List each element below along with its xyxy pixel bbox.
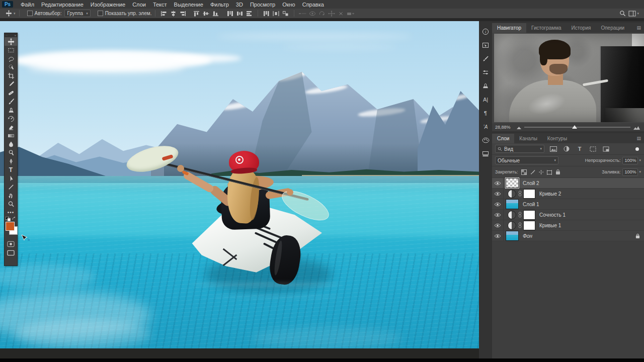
default-colors-icon[interactable] [6, 217, 11, 221]
adjustment-layer-icon[interactable] [508, 190, 516, 198]
filter-pixel-layers-icon[interactable] [549, 145, 557, 152]
tool-crop[interactable] [5, 71, 17, 80]
tool-move[interactable] [5, 37, 17, 46]
align-bottom-edges-icon[interactable] [212, 10, 219, 17]
glyphs-panel-icon[interactable]: ’A [481, 122, 490, 131]
screen-mode-button[interactable] [5, 248, 17, 257]
distribute-bottom-icon[interactable] [246, 10, 253, 17]
libraries-panel-icon[interactable] [481, 149, 490, 158]
tab-actions[interactable]: Операции [596, 23, 629, 33]
layer-thumbnail-photo[interactable] [506, 199, 519, 209]
tool-preset-caret[interactable]: ▾ [14, 12, 16, 16]
blend-mode-select[interactable]: Обычные ▾ [495, 156, 558, 164]
tab-layers[interactable]: Слои [492, 134, 514, 143]
layer-filter-select[interactable]: Вид ▾ [495, 145, 544, 153]
distribute-top-icon[interactable] [226, 10, 234, 17]
tab-histogram[interactable]: Гистограмма [526, 23, 567, 33]
layer-name[interactable]: Фон [523, 233, 532, 239]
layer-thumbnail-photo[interactable] [506, 231, 519, 241]
background-lock-icon[interactable] [635, 233, 640, 239]
panel-menu-icon[interactable]: ▤ [636, 136, 641, 141]
tool-panel-header[interactable]: ··» [5, 33, 17, 37]
swap-colors-icon[interactable] [12, 217, 17, 221]
tool-quick-selection[interactable] [5, 63, 17, 71]
panel-menu-icon[interactable]: ▤ [636, 25, 641, 30]
menu-select[interactable]: Выделение [174, 2, 203, 8]
autoselect-target-select[interactable]: Группа ▾ [64, 10, 90, 17]
visibility-toggle[interactable] [492, 199, 504, 209]
navigator-zoom-value[interactable]: 28,88% [495, 125, 511, 130]
tool-hand[interactable] [5, 191, 17, 200]
menu-filter[interactable]: Фильтр [210, 2, 229, 8]
tool-pen[interactable] [5, 157, 17, 165]
brush-settings-panel-icon[interactable] [481, 54, 490, 63]
show-transform-controls-checkbox[interactable]: Показать упр. элем. [98, 11, 152, 16]
filter-type-layers-icon[interactable]: T [576, 145, 584, 152]
lock-transparency-icon[interactable] [521, 169, 527, 175]
tool-rectangular-marquee[interactable] [5, 46, 17, 54]
align-v-centers-icon[interactable] [202, 10, 210, 17]
workspace-icon[interactable] [628, 10, 636, 17]
tab-paths[interactable]: Контуры [542, 134, 572, 143]
opacity-input[interactable]: 100% [622, 157, 638, 164]
tool-type[interactable]: T [5, 165, 17, 174]
menu-help[interactable]: Справка [302, 2, 324, 8]
search-icon[interactable] [619, 10, 626, 17]
tool-history-brush[interactable] [5, 114, 17, 123]
tool-eraser[interactable] [5, 123, 17, 131]
info-panel-icon[interactable]: i [481, 27, 490, 36]
tool-zoom[interactable] [5, 200, 17, 208]
character-panel-icon[interactable]: A| [481, 95, 490, 104]
tool-brush[interactable] [5, 97, 17, 106]
document-canvas[interactable] [0, 21, 479, 348]
fill-scrubber[interactable]: ▾ [639, 170, 641, 174]
zoom-slider-thumb[interactable] [572, 125, 577, 129]
tool-dodge[interactable] [5, 148, 17, 157]
opacity-scrubber[interactable]: ▾ [639, 158, 641, 162]
layer-row-krivye2[interactable]: Кривые 2 [492, 189, 644, 199]
align-top-edges-icon[interactable] [193, 10, 200, 17]
navigator-zoom-slider[interactable] [524, 127, 630, 128]
tab-navigator[interactable]: Навигатор [492, 23, 526, 33]
tool-gradient[interactable] [5, 131, 17, 140]
foreground-color-swatch[interactable] [6, 222, 15, 231]
align-h-centers-icon[interactable] [170, 10, 177, 17]
lock-artboard-icon[interactable] [546, 169, 553, 175]
filter-adjustment-layers-icon[interactable] [562, 145, 571, 152]
filter-toggle-dot[interactable] [635, 147, 639, 151]
adjustment-layer-icon[interactable] [508, 211, 516, 219]
distribute-v-centers-icon[interactable] [236, 10, 244, 17]
layer-name[interactable]: Сочность 1 [539, 212, 566, 218]
layer-row-background[interactable]: Фон [492, 231, 644, 241]
layer-thumbnail-transparent[interactable] [506, 178, 519, 188]
layer-name[interactable]: Кривые 2 [539, 191, 561, 197]
layer-mask-thumbnail[interactable] [523, 210, 535, 220]
tool-healing-brush[interactable] [5, 88, 17, 97]
tab-history[interactable]: История [567, 23, 596, 33]
layer-row-krivye1[interactable]: Кривые 1 [492, 220, 644, 231]
adjustment-layer-icon[interactable] [508, 221, 516, 230]
lock-position-icon[interactable] [538, 169, 544, 175]
layer-row-sochnost1[interactable]: Сочность 1 [492, 210, 644, 220]
menu-type[interactable]: Текст [153, 2, 167, 8]
distribute-h-icon[interactable] [263, 10, 270, 17]
photoshop-logo[interactable]: Ps [2, 1, 13, 8]
layer-row-sloy1[interactable]: Слой 1 [492, 199, 644, 210]
auto-align-icon[interactable] [282, 10, 289, 17]
menu-file[interactable]: Файл [21, 2, 34, 8]
properties-panel-icon[interactable] [481, 41, 490, 50]
layer-mask-thumbnail[interactable] [523, 221, 535, 230]
zoom-out-mountain-icon[interactable] [517, 126, 521, 129]
menu-image[interactable]: Изображение [91, 2, 125, 8]
layer-name[interactable]: Слой 2 [523, 180, 539, 186]
tool-more-ellipsis[interactable]: ••• [5, 208, 17, 217]
tool-blur[interactable] [5, 140, 17, 148]
menu-layers[interactable]: Слои [132, 2, 146, 8]
autoselect-checkbox[interactable]: Автовыбор: [27, 11, 62, 16]
filter-shape-layers-icon[interactable] [589, 145, 597, 152]
menu-window[interactable]: Окно [282, 2, 295, 8]
visibility-toggle[interactable] [492, 210, 504, 220]
tool-eyedropper[interactable] [5, 80, 17, 88]
zoom-in-mountain-icon[interactable] [633, 125, 640, 130]
show-transform-checkbox-box[interactable] [98, 11, 103, 16]
